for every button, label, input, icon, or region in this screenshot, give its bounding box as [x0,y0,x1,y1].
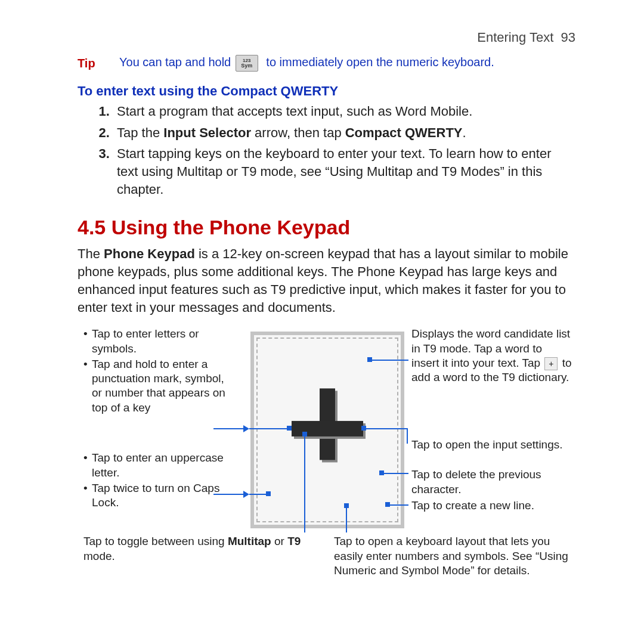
keypad-diagram: Tap to enter letters or symbols. Tap and… [83,327,572,607]
callout-bottom-left: Tap to toggle between using Multitap or … [83,534,322,564]
body-a: The [78,246,104,261]
body-b: Phone Keypad [104,246,195,261]
point-bottom-left [302,432,307,436]
leader-bottom-right-v [346,506,347,532]
leader-right-2a [364,428,407,429]
step-2-a: Tap the [117,125,163,140]
callout-right-3: Tap to delete the previous character. [411,467,572,497]
callout-right-2: Tap to open the input settings. [411,438,572,452]
plus-key-icon: + [544,357,558,370]
section-body: The Phone Keypad is a 12-key on-screen k… [78,245,575,316]
leader-right-2b [407,428,408,444]
sym-key-icon: 123 Sym [236,55,258,72]
tip-before: You can tap and hold [119,55,231,69]
step-3-text: Start tapping keys on the keyboard to en… [117,146,551,196]
header-page-number: 93 [561,30,575,45]
qwerty-steps: Start a program that accepts text input,… [78,103,575,198]
bl-d: T9 [287,535,301,547]
bl-e: mode. [83,550,115,562]
arrow-left-1 [243,425,249,432]
leader-left-2b [249,494,268,495]
leader-right-1 [370,360,408,361]
leader-right-3 [382,473,408,474]
callout-left-1: Tap to enter letters or symbols. Tap and… [83,327,233,416]
callout-right-4: Tap to create a new line. [411,499,572,513]
callout-bottom-right: Tap to open a keyboard layout that lets … [334,534,572,578]
arrow-left-2 [243,491,249,498]
tip-text: You can tap and hold 123 Sym to immediat… [119,55,494,72]
step-2: Tap the Input Selector arrow, then tap C… [113,124,575,142]
callout-left-1a: Tap to enter letters or symbols. [83,327,233,356]
step-1-text: Start a program that accepts text input,… [117,104,472,119]
callout-left-2b: Tap twice to turn on Caps Lock. [83,481,233,510]
point-bottom-right [344,503,349,508]
section-title: 4.5 Using the Phone Keypad [78,216,575,239]
step-3: Start tapping keys on the keyboard to en… [113,145,575,198]
callout-left-2: Tap to enter an uppercase letter. Tap tw… [83,451,233,511]
step-2-b: Input Selector [163,125,251,140]
callout-left-1b: Tap and hold to enter a punctuation mark… [83,357,233,415]
leader-left-1 [213,428,244,429]
step-1: Start a program that accepts text input,… [113,103,575,120]
callout-right-1: Displays the word candidate list in T9 m… [411,327,572,385]
step-2-c: arrow, then tap [251,125,345,140]
leader-left-2 [213,494,244,495]
tip-label: Tip [78,57,119,70]
leader-right-4 [388,504,408,506]
step-2-d: Compact QWERTY [345,125,463,140]
qwerty-heading: To enter text using the Compact QWERTY [78,83,575,99]
header-section: Entering Text [477,30,553,45]
sym-key-bot: Sym [241,63,252,69]
callout-left-2a: Tap to enter an uppercase letter. [83,451,233,480]
step-2-e: . [463,125,466,140]
manual-page: Entering Text 93 Tip You can tap and hol… [0,0,644,644]
tip-row: Tip You can tap and hold 123 Sym to imme… [78,55,575,72]
page-header: Entering Text 93 [78,30,575,45]
bl-a: Tap to toggle between using [83,535,228,547]
leader-bottom-left-v [304,434,305,532]
bl-c: or [271,535,287,547]
tip-after: to immediately open the numeric keyboard… [266,55,494,69]
leader-left-1b [249,428,289,429]
bl-b: Multitap [228,535,271,547]
keypad-image-placeholder [250,332,404,528]
